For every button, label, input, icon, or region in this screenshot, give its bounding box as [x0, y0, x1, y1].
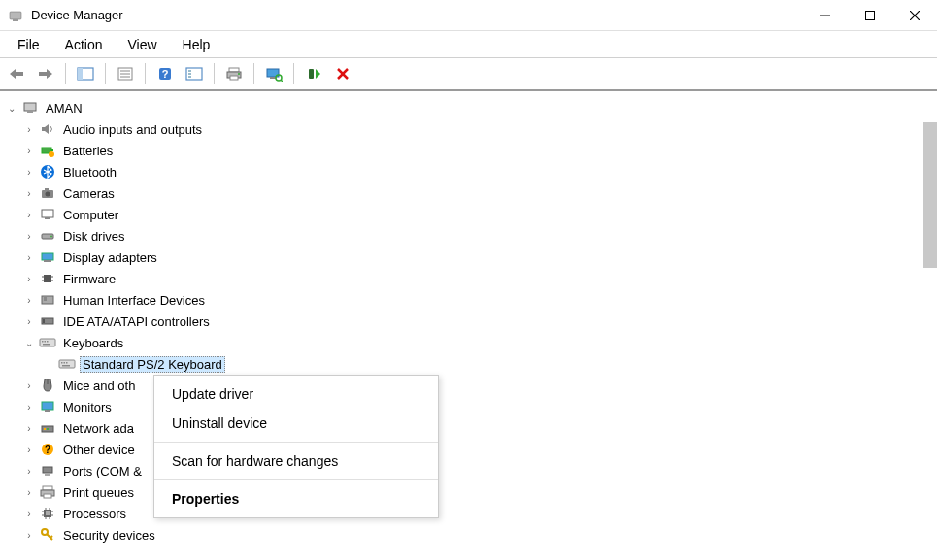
svg-rect-42 [42, 253, 53, 260]
minimize-button[interactable] [803, 0, 848, 31]
context-properties[interactable]: Properties [154, 484, 438, 513]
chevron-right-icon[interactable]: › [21, 185, 37, 201]
mouse-icon [39, 377, 56, 394]
svg-line-25 [281, 80, 283, 82]
tree-item-batteries[interactable]: › Batteries [0, 140, 937, 161]
tree-item-label: IDE ATA/ATAPI controllers [60, 313, 213, 330]
chevron-down-icon[interactable]: ⌄ [21, 335, 37, 350]
chevron-down-icon[interactable]: ⌄ [4, 100, 19, 115]
chevron-right-icon[interactable]: › [21, 442, 37, 457]
tree-item-label: Bluetooth [60, 164, 119, 181]
context-uninstall-device[interactable]: Uninstall device [154, 409, 438, 438]
battery-icon [39, 142, 56, 159]
context-separator [154, 479, 438, 480]
tree-item-other[interactable]: › ? Other device [0, 439, 937, 460]
chevron-right-icon[interactable]: › [21, 506, 37, 521]
chevron-right-icon[interactable]: › [21, 164, 37, 180]
chevron-right-icon[interactable]: › [21, 463, 37, 478]
unknown-icon: ? [39, 441, 56, 458]
svg-rect-39 [45, 217, 50, 219]
disk-icon [39, 227, 56, 245]
chevron-right-icon[interactable]: › [21, 292, 37, 308]
close-button[interactable] [892, 0, 937, 31]
svg-rect-49 [42, 296, 53, 304]
chevron-right-icon[interactable]: › [21, 121, 37, 137]
tree-item-hid[interactable]: › Human Interface Devices [0, 289, 937, 311]
svg-rect-78 [46, 511, 50, 515]
tree-item-firmware[interactable]: › Firmware [0, 268, 937, 289]
tree-item-print-queues[interactable]: › Print queues [0, 481, 937, 503]
tree-item-cameras[interactable]: › Cameras [0, 182, 937, 204]
tree-item-label: Batteries [60, 143, 116, 159]
chevron-right-icon[interactable]: › [21, 399, 37, 414]
tree-root[interactable]: ⌄ AMAN [0, 97, 937, 118]
tree-item-label: Network ada [60, 420, 137, 437]
tree-item-bluetooth[interactable]: › Bluetooth [0, 161, 937, 182]
chevron-right-icon[interactable]: › [21, 207, 37, 222]
tree-item-label: Print queues [60, 484, 137, 501]
help-button[interactable]: ? [152, 61, 178, 86]
menu-action[interactable]: Action [55, 33, 113, 56]
tree-item-keyboards[interactable]: ⌄ Keyboards [0, 332, 937, 353]
tree-item-ide[interactable]: › IDE ATA/ATAPI controllers [0, 311, 937, 332]
menu-help[interactable]: Help [173, 33, 220, 56]
toolbar-separator [293, 63, 294, 84]
chevron-right-icon[interactable]: › [21, 420, 37, 436]
tree-item-display-adapters[interactable]: › Display adapters [0, 247, 937, 268]
monitor-icon [39, 206, 56, 223]
tree-item-audio[interactable]: › Audio inputs and outputs [0, 118, 937, 140]
svg-rect-63 [62, 365, 70, 367]
chevron-right-icon[interactable]: › [21, 228, 37, 244]
print-button[interactable] [221, 61, 247, 86]
menu-view[interactable]: View [117, 33, 166, 56]
svg-rect-69 [47, 428, 49, 430]
chevron-right-icon[interactable]: › [21, 249, 37, 265]
properties-button[interactable] [113, 61, 138, 86]
chevron-right-icon[interactable]: › [21, 527, 37, 543]
tree-item-monitors[interactable]: › Monitors [0, 396, 937, 417]
bluetooth-icon [39, 163, 56, 181]
svg-text:?: ? [45, 445, 50, 455]
tree-item-label: Human Interface Devices [60, 292, 208, 309]
svg-rect-23 [270, 77, 276, 79]
toolbar-separator [145, 63, 146, 84]
chip-icon [39, 270, 56, 287]
disable-device-button[interactable] [330, 61, 355, 86]
svg-text:?: ? [162, 68, 169, 80]
tree-item-processors[interactable]: › Processors [0, 503, 937, 524]
tree-item-network[interactable]: › Network ada [0, 417, 937, 439]
forward-button[interactable] [33, 61, 58, 86]
back-button[interactable] [4, 61, 29, 86]
scan-hardware-button[interactable] [261, 61, 286, 86]
tree-item-ports[interactable]: › Ports (COM & [0, 460, 937, 481]
tree-item-disk-drives[interactable]: › Disk drives [0, 225, 937, 247]
svg-rect-20 [230, 76, 238, 80]
tree-item-computer[interactable]: › Computer [0, 204, 937, 225]
speaker-icon [39, 120, 56, 138]
hid-icon [39, 291, 56, 309]
svg-rect-7 [78, 68, 83, 80]
maximize-button[interactable] [848, 0, 892, 31]
display-adapter-icon [39, 248, 56, 266]
chevron-right-icon[interactable]: › [21, 313, 37, 329]
tree-item-security[interactable]: › Security devices [0, 524, 937, 545]
enable-device-button[interactable] [301, 61, 326, 86]
show-hide-console-tree-button[interactable] [73, 61, 98, 86]
tree-item-mice[interactable]: › Mice and oth [0, 375, 937, 396]
svg-rect-56 [45, 341, 47, 343]
chevron-right-icon[interactable]: › [21, 378, 37, 393]
context-scan-hardware[interactable]: Scan for hardware changes [154, 446, 438, 476]
context-update-driver[interactable]: Update driver [154, 379, 438, 409]
port-icon [39, 462, 56, 479]
chevron-right-icon[interactable]: › [21, 143, 37, 158]
tree-item-label: Audio inputs and outputs [60, 121, 205, 138]
menubar: File Action View Help [0, 31, 937, 58]
tree-item-label: Keyboards [60, 335, 126, 351]
tree-item-standard-ps2-keyboard[interactable]: Standard PS/2 Keyboard [0, 353, 937, 375]
vertical-scrollbar[interactable] [923, 122, 937, 268]
device-tree[interactable]: ⌄ AMAN › Audio inputs and outputs › Batt… [0, 91, 937, 560]
chevron-right-icon[interactable]: › [21, 484, 37, 500]
chevron-right-icon[interactable]: › [21, 271, 37, 286]
menu-file[interactable]: File [8, 33, 50, 56]
action-button[interactable] [182, 61, 207, 86]
